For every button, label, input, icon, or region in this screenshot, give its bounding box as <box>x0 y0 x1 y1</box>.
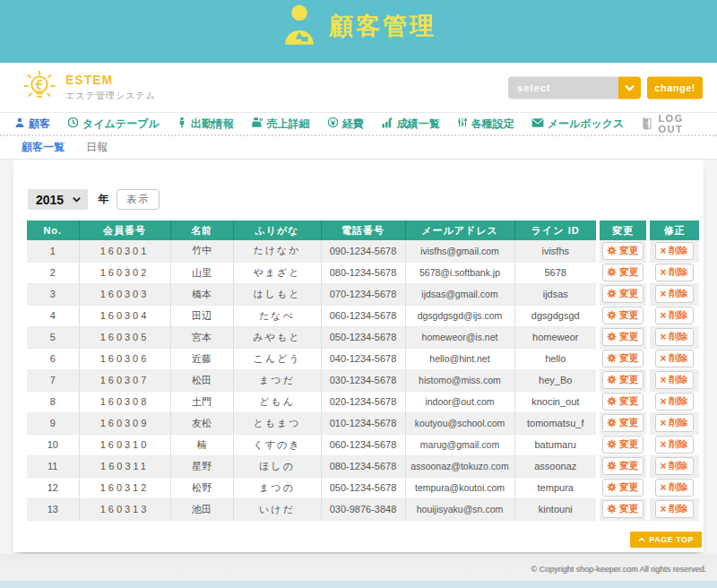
change-cell: 変更 <box>600 369 646 391</box>
table-row: 7160307松田まつだ030-1234-5678histomo@miss.co… <box>27 369 699 391</box>
cell-no: 6 <box>27 348 79 369</box>
delete-cell: ×削除 <box>650 283 699 305</box>
delete-cell: ×削除 <box>650 262 699 283</box>
door-icon <box>641 117 652 132</box>
delete-row-button[interactable]: ×削除 <box>655 457 693 475</box>
x-icon: × <box>660 461 666 471</box>
cell-name: 土門 <box>170 391 233 412</box>
change-row-button[interactable]: 変更 <box>602 457 644 475</box>
change-cell: 変更 <box>600 391 646 412</box>
app-header: 顧客管理 <box>0 0 717 63</box>
logout-button[interactable]: LOG OUT <box>641 113 703 134</box>
cell-member-no: 160304 <box>79 305 170 326</box>
x-icon: × <box>660 439 666 450</box>
change-row-button[interactable]: 変更 <box>602 242 644 260</box>
content-region: 2015 年 表示 No. 会員番号 名前 ふり <box>0 160 717 554</box>
gear-icon <box>607 375 617 385</box>
change-row-button[interactable]: 変更 <box>602 307 644 324</box>
change-row-button[interactable]: 変更 <box>602 414 644 432</box>
cell-no: 13 <box>27 498 79 520</box>
change-row-button[interactable]: 変更 <box>602 264 644 281</box>
delete-row-button[interactable]: ×削除 <box>655 307 693 324</box>
show-button[interactable]: 表示 <box>117 189 160 210</box>
delete-row-button[interactable]: ×削除 <box>655 436 693 454</box>
delete-row-button[interactable]: ×削除 <box>655 242 693 260</box>
col-change: 変更 <box>600 220 646 240</box>
delete-cell: ×削除 <box>650 455 699 477</box>
table-row: 8160308土門どもん020-1234-5678indoor@out.comk… <box>27 391 699 412</box>
delete-row-button[interactable]: ×削除 <box>655 264 693 281</box>
nav-label: 売上詳細 <box>267 117 310 132</box>
change-button[interactable]: change! <box>647 76 703 99</box>
account-select-value: select <box>508 76 618 99</box>
cell-line-id: batumaru <box>514 434 596 455</box>
cell-email: assoonaz@tokuzo.com <box>405 455 514 477</box>
change-cell: 変更 <box>600 283 646 305</box>
table-row: 10160310楠くすのき060-1234-5678marug@gmail.co… <box>27 434 699 455</box>
cell-name: 宮本 <box>170 326 233 348</box>
cell-name: 楠 <box>170 434 233 455</box>
cell-email: histomo@miss.com <box>405 369 514 391</box>
delete-row-button[interactable]: ×削除 <box>655 285 693 303</box>
col-phone: 電話番号 <box>321 220 405 240</box>
cell-no: 4 <box>27 305 79 326</box>
change-row-button[interactable]: 変更 <box>602 393 644 411</box>
change-cell: 変更 <box>600 348 646 369</box>
cell-email: dgsgdgsgd@ijs.com <box>405 305 514 326</box>
year-select[interactable]: 2015 <box>28 189 88 210</box>
account-select[interactable]: select <box>508 76 641 99</box>
delete-row-button[interactable]: ×削除 <box>655 479 693 497</box>
delete-row-button[interactable]: ×削除 <box>655 371 693 389</box>
delete-cell: ×削除 <box>650 240 699 262</box>
cell-name: 星野 <box>170 455 233 477</box>
delete-row-button[interactable]: ×削除 <box>655 328 693 346</box>
change-row-button[interactable]: 変更 <box>602 371 644 389</box>
logo-bar: ESTEM エステ管理システム select change! <box>0 63 717 113</box>
chevron-down-icon[interactable] <box>618 76 641 99</box>
delete-row-button[interactable]: ×削除 <box>655 350 693 368</box>
change-row-button[interactable]: 変更 <box>602 500 644 518</box>
nav-label: 成績一覧 <box>397 117 440 132</box>
delete-row-button[interactable]: ×削除 <box>655 500 693 518</box>
gear-icon <box>607 482 617 492</box>
gear-icon <box>607 418 617 428</box>
gear-icon <box>607 353 617 363</box>
nav-item-timetable[interactable]: タイムテーブル <box>67 117 160 132</box>
cell-phone: 050-1234-5678 <box>321 326 405 348</box>
cell-member-no: 160306 <box>79 348 170 369</box>
change-row-button[interactable]: 変更 <box>602 285 644 303</box>
nav-item-expenses[interactable]: 経費 <box>327 117 364 132</box>
nav-label: 経費 <box>342 117 364 132</box>
content-card: 2015 年 表示 No. 会員番号 名前 ふり <box>13 160 704 552</box>
cell-member-no: 160307 <box>79 369 170 391</box>
nav-item-customers[interactable]: 顧客 <box>14 117 50 132</box>
brand-subtitle: エステ管理システム <box>65 90 156 102</box>
nav-item-results[interactable]: 成績一覧 <box>381 117 440 132</box>
page-top-button[interactable]: PAGE TOP <box>630 532 702 548</box>
cell-phone: 010-1234-5678 <box>321 412 405 434</box>
change-row-button[interactable]: 変更 <box>602 436 644 454</box>
register-icon <box>251 117 263 131</box>
change-row-button[interactable]: 変更 <box>602 350 644 368</box>
change-cell: 変更 <box>600 326 646 348</box>
change-row-button[interactable]: 変更 <box>602 328 644 346</box>
nav-item-settings[interactable]: 各種設定 <box>457 117 514 132</box>
delete-row-button[interactable]: ×削除 <box>655 393 693 411</box>
change-cell: 変更 <box>600 262 646 283</box>
change-row-button[interactable]: 変更 <box>602 479 644 497</box>
table-header-row: No. 会員番号 名前 ふりがな 電話番号 メールアドレス ライン ID 変更 … <box>27 220 699 240</box>
tab-daily-report[interactable]: 日報 <box>86 140 108 155</box>
cell-member-no: 160308 <box>79 391 170 412</box>
cell-no: 8 <box>27 391 79 412</box>
cell-email: ijdsas@gmail.com <box>405 283 514 305</box>
main-nav: 顧客 タイムテーブル 出勤情報 売上詳細 経費 成績一覧 各種設定 メールボック… <box>0 113 717 136</box>
tab-customer-list[interactable]: 顧客一覧 <box>22 140 65 155</box>
nav-item-mailbox[interactable]: メールボックス <box>531 117 625 132</box>
customer-table: No. 会員番号 名前 ふりがな 電話番号 メールアドレス ライン ID 変更 … <box>27 220 699 521</box>
col-name: 名前 <box>170 220 233 240</box>
nav-item-sales[interactable]: 売上詳細 <box>251 117 310 132</box>
brand-logo[interactable]: ESTEM エステ管理システム <box>22 68 156 108</box>
delete-row-button[interactable]: ×削除 <box>655 414 693 432</box>
nav-item-attendance[interactable]: 出勤情報 <box>177 117 234 132</box>
table-row: 4160304田辺たなべ060-1234-5678dgsgdgsgd@ijs.c… <box>27 305 699 326</box>
